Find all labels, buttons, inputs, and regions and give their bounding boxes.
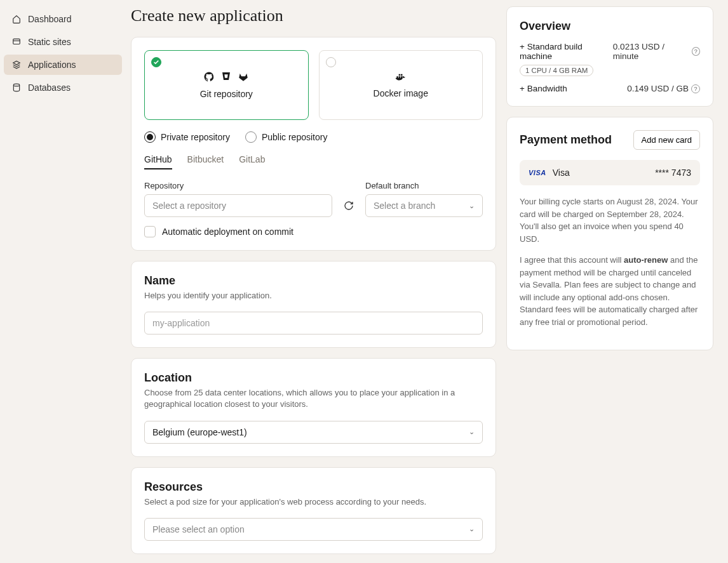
tab-gitlab[interactable]: GitLab — [239, 154, 265, 169]
select-placeholder: Please select an option — [152, 524, 245, 534]
branch-label: Default branch — [365, 181, 483, 190]
payment-card: Payment method Add new card VISA Visa **… — [506, 117, 713, 350]
radio-checked-icon — [144, 131, 156, 143]
nav-label: Dashboard — [28, 14, 72, 24]
svg-point-1 — [13, 84, 19, 86]
source-label: Git repository — [200, 89, 253, 99]
branch-select[interactable]: Select a branch ⌄ — [365, 194, 483, 217]
radio-public-repo[interactable]: Public repository — [245, 131, 328, 143]
name-title: Name — [144, 274, 483, 288]
visa-icon: VISA — [529, 169, 546, 176]
agreement-text: I agree that this account will auto-rene… — [520, 254, 700, 328]
build-price: 0.0213 USD / minute — [613, 42, 689, 61]
nav-item-static-sites[interactable]: Static sites — [4, 32, 122, 52]
page-title: Create new application — [131, 6, 496, 25]
bandwidth-price: 0.149 USD / GB — [627, 84, 689, 93]
radio-private-repo[interactable]: Private repository — [144, 131, 230, 143]
repo-select[interactable]: Select a repository — [144, 194, 332, 217]
name-input[interactable] — [144, 312, 483, 334]
resources-select[interactable]: Please select an option ⌄ — [144, 518, 483, 541]
radio-unchecked-icon — [326, 57, 336, 67]
chevron-down-icon: ⌄ — [469, 525, 475, 533]
name-card: Name Helps you identify your application… — [131, 261, 496, 348]
sidebar: Dashboard Static sites Applications Data… — [0, 0, 126, 563]
nav-label: Applications — [28, 60, 76, 70]
bandwidth-label: + Bandwidth — [520, 84, 567, 93]
saved-card[interactable]: VISA Visa **** 7473 — [520, 160, 700, 185]
github-icon — [203, 71, 215, 83]
nav-label: Static sites — [28, 37, 71, 47]
radio-unchecked-icon — [245, 131, 257, 143]
overview-card: Overview + Standard build machine 1 CPU … — [506, 6, 713, 107]
tab-github[interactable]: GitHub — [144, 154, 172, 169]
chevron-down-icon: ⌄ — [469, 428, 475, 436]
repo-label: Repository — [144, 181, 332, 190]
nav-item-applications[interactable]: Applications — [4, 55, 122, 75]
home-icon — [11, 14, 22, 24]
source-label: Docker image — [374, 88, 428, 98]
card-last4: **** 7473 — [655, 168, 691, 178]
refresh-icon — [344, 201, 354, 211]
build-label: + Standard build machine — [520, 42, 613, 61]
location-card: Location Choose from 25 data center loca… — [131, 358, 496, 456]
source-card: Git repository Docker image — [131, 37, 496, 251]
globe-icon — [11, 37, 22, 47]
location-title: Location — [144, 371, 483, 385]
autodeploy-checkbox[interactable] — [144, 226, 156, 237]
check-icon — [151, 57, 161, 67]
layers-icon — [11, 60, 22, 70]
build-spec-pill: 1 CPU / 4 GB RAM — [520, 65, 593, 76]
docker-icon — [394, 72, 407, 82]
nav-item-databases[interactable]: Databases — [4, 77, 122, 98]
tab-bitbucket[interactable]: Bitbucket — [187, 154, 224, 169]
billing-text: Your billing cycle starts on August 28, … — [520, 195, 700, 245]
select-placeholder: Select a repository — [152, 201, 226, 211]
payment-title: Payment method — [520, 133, 612, 147]
autodeploy-label: Automatic deployment on commit — [162, 227, 293, 237]
nav-item-dashboard[interactable]: Dashboard — [4, 9, 122, 29]
add-card-button[interactable]: Add new card — [633, 130, 701, 150]
nav-label: Databases — [28, 83, 71, 93]
card-brand: Visa — [553, 168, 570, 178]
resources-title: Resources — [144, 480, 483, 494]
radio-label: Private repository — [161, 132, 230, 142]
overview-title: Overview — [520, 20, 700, 33]
database-icon — [11, 83, 22, 93]
resources-desc: Select a pod size for your application's… — [144, 496, 483, 508]
location-desc: Choose from 25 data center locations, wh… — [144, 387, 483, 410]
chevron-down-icon: ⌄ — [469, 202, 475, 210]
location-value: Belgium (europe-west1) — [152, 427, 247, 437]
resources-card: Resources Select a pod size for your app… — [131, 467, 496, 554]
source-option-git[interactable]: Git repository — [144, 50, 309, 120]
info-icon[interactable]: ? — [692, 47, 700, 56]
name-desc: Helps you identify your application. — [144, 290, 483, 301]
bitbucket-icon — [221, 71, 231, 83]
radio-label: Public repository — [262, 132, 328, 142]
info-icon[interactable]: ? — [691, 84, 700, 93]
gitlab-icon — [238, 71, 249, 83]
refresh-button[interactable] — [342, 199, 355, 212]
select-placeholder: Select a branch — [374, 201, 435, 211]
location-select[interactable]: Belgium (europe-west1) ⌄ — [144, 421, 483, 444]
source-option-docker[interactable]: Docker image — [319, 50, 483, 120]
svg-rect-0 — [13, 39, 20, 44]
